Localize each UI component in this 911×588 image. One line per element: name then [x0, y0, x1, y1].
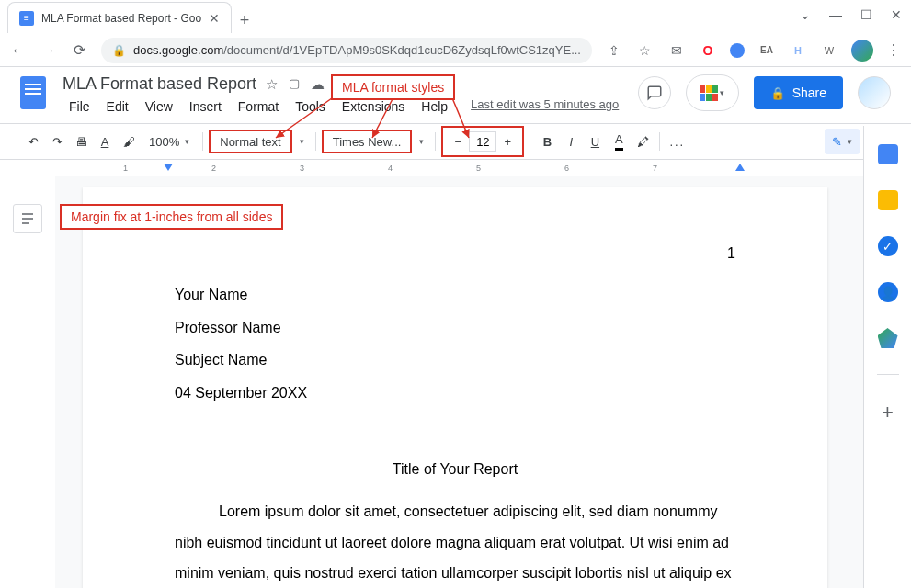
share-label: Share	[792, 85, 826, 100]
minimize-icon[interactable]: —	[829, 7, 842, 22]
tab-bar: ≡ MLA Format based Report - Goo ✕ +	[0, 0, 911, 33]
tab-title: MLA Format based Report - Goo	[41, 12, 201, 25]
paint-format-button[interactable]: 🖌	[118, 130, 140, 153]
share-button[interactable]: 🔒 Share	[754, 76, 843, 109]
back-button[interactable]: ←	[9, 40, 27, 61]
meet-button[interactable]: ▾	[686, 74, 739, 111]
editor-area: Margin fix at 1-inches from all sides 1 …	[0, 176, 911, 588]
ext-h-icon[interactable]: H	[789, 41, 807, 60]
undo-button[interactable]: ↶	[22, 130, 44, 153]
browser-chrome: ⌄ — ☐ ✕ ≡ MLA Format based Report - Goo …	[0, 0, 911, 67]
ext-blue-icon[interactable]	[730, 43, 745, 58]
menu-extensions[interactable]: Extensions	[336, 97, 411, 116]
document-outline-button[interactable]	[13, 204, 42, 233]
docs-logo-icon[interactable]	[15, 74, 51, 111]
menu-tools[interactable]: Tools	[289, 97, 332, 116]
browser-tab[interactable]: ≡ MLA Format based Report - Goo ✕	[7, 2, 232, 33]
meet-icon	[700, 85, 718, 100]
new-tab-button[interactable]: +	[232, 7, 257, 33]
redo-button[interactable]: ↷	[46, 130, 68, 153]
share-link-icon[interactable]: ⇪	[605, 41, 623, 60]
move-doc-icon[interactable]: ▢	[289, 76, 300, 93]
address-bar-row: ← → ⟳ 🔒 docs.google.com/document/d/1VEpT…	[0, 33, 911, 67]
underline-button[interactable]: U	[584, 130, 606, 153]
menu-format[interactable]: Format	[232, 97, 285, 116]
comment-history-button[interactable]	[638, 76, 671, 109]
paragraph-style-dropdown[interactable]: Normal text	[209, 130, 291, 153]
more-tools-button[interactable]: ...	[666, 130, 689, 153]
maps-icon[interactable]	[878, 328, 898, 348]
increase-font-button[interactable]: +	[496, 130, 518, 153]
menu-bar: File Edit View Insert Format Tools Exten…	[63, 97, 638, 116]
chrome-menu-icon[interactable]: ⋮	[886, 41, 902, 59]
editing-mode-button[interactable]: ✎ ▾	[825, 129, 860, 154]
line-date[interactable]: 04 September 20XX	[175, 378, 735, 409]
menu-insert[interactable]: Insert	[183, 97, 228, 116]
first-line-indent-marker[interactable]	[164, 164, 173, 171]
bold-button[interactable]: B	[536, 130, 558, 153]
side-panel: ✓ 👤 +	[863, 126, 911, 588]
url-text: docs.google.com/document/d/1VEpTDApM9s0S…	[133, 43, 581, 57]
caret-down-icon: ▾	[720, 88, 724, 97]
zoom-dropdown[interactable]: 100%▾	[142, 130, 197, 153]
body-paragraph[interactable]: Lorem ipsum dolor sit amet, consectetuer…	[175, 496, 735, 588]
close-tab-icon[interactable]: ✕	[209, 11, 220, 26]
font-size-input[interactable]	[469, 131, 496, 152]
star-doc-icon[interactable]: ☆	[266, 76, 278, 93]
user-avatar[interactable]	[858, 76, 891, 109]
pencil-icon: ✎	[832, 135, 842, 149]
decrease-font-button[interactable]: −	[447, 130, 469, 153]
last-edit-link[interactable]: Last edit was 5 minutes ago	[471, 97, 619, 116]
menu-view[interactable]: View	[139, 97, 179, 116]
close-window-icon[interactable]: ✕	[891, 7, 902, 22]
profile-avatar-small[interactable]	[851, 40, 873, 62]
font-family-dropdown[interactable]: Times New...	[322, 130, 413, 153]
page-number: 1	[727, 238, 735, 269]
menu-file[interactable]: File	[63, 97, 97, 116]
menu-help[interactable]: Help	[415, 97, 454, 116]
text-color-button[interactable]: A	[608, 130, 630, 153]
right-indent-marker[interactable]	[735, 164, 745, 171]
maximize-icon[interactable]: ☐	[860, 7, 872, 22]
mail-icon[interactable]: ✉	[667, 41, 686, 60]
tasks-icon[interactable]: ✓	[878, 236, 898, 256]
keep-icon[interactable]	[878, 190, 898, 210]
opera-icon[interactable]: O	[699, 41, 717, 60]
address-bar[interactable]: 🔒 docs.google.com/document/d/1VEpTDApM9s…	[101, 38, 592, 63]
horizontal-ruler[interactable]: 1 2 3 4 5 6 7	[0, 160, 911, 176]
font-size-control[interactable]: − +	[441, 126, 524, 157]
reload-button[interactable]: ⟳	[71, 40, 88, 61]
print-button[interactable]: 🖶	[70, 130, 92, 153]
lock-icon: 🔒	[770, 86, 785, 100]
star-icon[interactable]: ☆	[636, 41, 655, 60]
extension-icons: ⇪ ☆ ✉ O EA H W ⋮	[605, 40, 902, 62]
document-canvas[interactable]: Margin fix at 1-inches from all sides 1 …	[55, 176, 911, 588]
ext-w-icon[interactable]: W	[820, 41, 838, 60]
left-sidebar	[0, 176, 55, 588]
menu-edit[interactable]: Edit	[100, 97, 135, 116]
report-title[interactable]: Title of Your Report	[175, 454, 735, 485]
toolbar: ↶ ↷ 🖶 A 🖌 100%▾ Normal text ▾ Times New.…	[0, 123, 911, 160]
line-subject[interactable]: Subject Name	[175, 345, 735, 376]
calendar-icon[interactable]	[878, 144, 898, 164]
ea-icon[interactable]: EA	[757, 41, 776, 60]
line-name[interactable]: Your Name	[175, 279, 735, 311]
page[interactable]: 1 Your Name Professor Name Subject Name …	[83, 187, 827, 588]
caret-down-icon[interactable]: ⌄	[800, 7, 811, 22]
cloud-status-icon[interactable]: ☁	[311, 76, 325, 93]
contacts-icon[interactable]: 👤	[878, 282, 898, 302]
document-title[interactable]: MLA Format based Report	[63, 74, 256, 94]
italic-button[interactable]: I	[560, 130, 582, 153]
docs-header: MLA Format based Report ☆ ▢ ☁ File Edit …	[0, 67, 911, 116]
window-controls: ⌄ — ☐ ✕	[800, 7, 902, 22]
forward-button[interactable]: →	[40, 40, 57, 61]
highlight-button[interactable]: 🖍	[632, 130, 654, 153]
line-professor[interactable]: Professor Name	[175, 312, 735, 344]
docs-favicon-icon: ≡	[19, 11, 34, 26]
spellcheck-button[interactable]: A	[94, 130, 116, 153]
get-addons-button[interactable]: +	[882, 401, 894, 424]
lock-icon: 🔒	[112, 44, 126, 57]
